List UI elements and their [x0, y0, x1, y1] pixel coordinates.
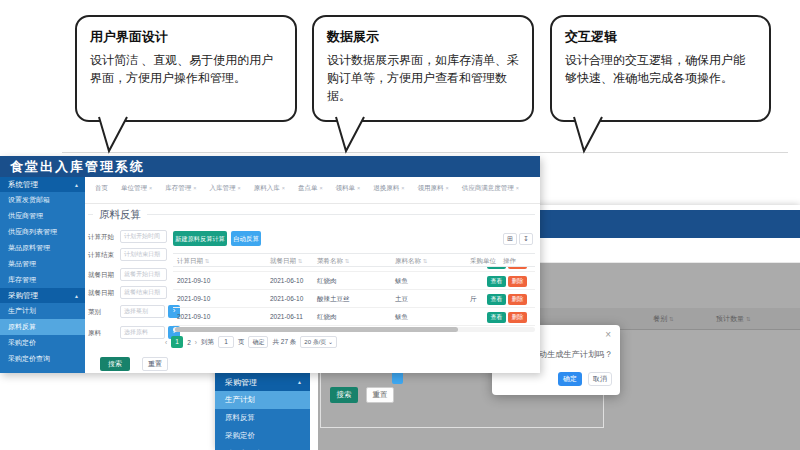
- collapse-icon: ▲: [74, 293, 79, 299]
- auto-calc-button[interactable]: 自动反算: [231, 231, 261, 246]
- reset-button[interactable]: 重置: [142, 357, 168, 371]
- sidebar-item-purchase-pricing-query[interactable]: 采购定价查询: [0, 351, 85, 367]
- goto-confirm-button[interactable]: 确定: [248, 336, 268, 348]
- column-header-purchase-unit: 采购单位: [470, 254, 496, 267]
- tab-inventory-check[interactable]: 盘点单×: [298, 184, 323, 193]
- date-input-calc-start[interactable]: 计划开始时间: [120, 230, 167, 243]
- horizontal-scrollbar[interactable]: [173, 327, 535, 332]
- date-input-meal-start[interactable]: 就餐开始日期: [120, 268, 167, 281]
- tab-unit-mgmt[interactable]: 单位管理×: [121, 184, 152, 193]
- page-2-button[interactable]: 2: [187, 339, 191, 346]
- sidebar-item-dish-material[interactable]: 菜品原料管理: [0, 240, 85, 256]
- chevron-down-icon: ⌄: [328, 339, 333, 345]
- column-header-meal-date: 就餐日期 ⇅: [270, 254, 302, 268]
- delete-button[interactable]: 删除: [508, 276, 527, 287]
- search-button[interactable]: 搜索: [330, 387, 358, 403]
- sidebar-item-material-calc[interactable]: 原料反算: [0, 319, 85, 335]
- tab-material-inbound[interactable]: 原料入库×: [254, 184, 285, 193]
- sidebar-section-label: 采购管理: [225, 377, 257, 388]
- tab-requisition[interactable]: 领料单×: [336, 184, 361, 193]
- sidebar-section-purchase[interactable]: 采购管理 ▲: [215, 373, 310, 391]
- tab-close-icon[interactable]: ×: [446, 185, 449, 191]
- scrollbar-thumb[interactable]: [175, 327, 458, 332]
- date-input-meal-end[interactable]: 就餐结束日期: [120, 286, 167, 299]
- page-1-button[interactable]: 1: [171, 336, 183, 348]
- sidebar-item-supplier-mgmt[interactable]: 供应商管理: [0, 208, 85, 224]
- grid-icon[interactable]: ⊞: [503, 233, 517, 245]
- background-connector-line: [62, 152, 788, 153]
- field-label: 就餐日期: [88, 268, 118, 281]
- tab-close-icon[interactable]: ×: [193, 185, 196, 191]
- page-size-select[interactable]: 20 条/页 ⌄: [300, 336, 337, 348]
- reset-button[interactable]: 重置: [366, 387, 394, 403]
- date-input-calc-end[interactable]: 计划结束日期: [120, 248, 167, 261]
- sidebar-item-dish-mgmt[interactable]: 菜品管理: [0, 256, 85, 272]
- view-button[interactable]: 查看: [487, 312, 506, 323]
- sidebar-section-system[interactable]: 系统管理 ▲: [0, 177, 85, 192]
- tab-close-icon[interactable]: ×: [319, 185, 322, 191]
- sidebar-item-purchase-pricing[interactable]: 采购定价: [0, 335, 85, 351]
- view-button[interactable]: 查看: [487, 267, 506, 269]
- sidebar-item-ship-mail[interactable]: 设置发货邮箱: [0, 192, 85, 208]
- bubble-tail-icon: [332, 116, 372, 154]
- sidebar-item-stock-mgmt[interactable]: 库存管理: [0, 272, 85, 288]
- bubble-tail-icon: [95, 116, 135, 154]
- prev-page-icon[interactable]: ‹: [165, 339, 167, 346]
- tab-close-icon[interactable]: ×: [149, 185, 152, 191]
- sidebar-item-production-plan[interactable]: 生产计划: [0, 303, 85, 319]
- view-button[interactable]: 查看: [487, 294, 506, 305]
- close-icon[interactable]: ×: [605, 329, 611, 340]
- tab-stock-mgmt[interactable]: 库存管理×: [165, 184, 196, 193]
- sort-icon[interactable]: ⇅: [298, 258, 303, 264]
- sidebar-item-purchase-pricing[interactable]: 采购定价: [215, 427, 310, 445]
- delete-button[interactable]: 删除: [508, 294, 527, 305]
- sidebar: 系统管理 ▲ 设置发货邮箱 供应商管理 供应商列表管理 菜品原料管理 菜品管理 …: [0, 177, 85, 373]
- tab-close-icon[interactable]: ×: [357, 185, 360, 191]
- sidebar-section-label: 系统管理: [8, 180, 38, 190]
- sidebar-item-material-calc[interactable]: 原料反算: [215, 409, 310, 427]
- sort-icon[interactable]: ⇅: [345, 258, 350, 264]
- sidebar-item-purchase-pricing-query[interactable]: 采购定价查询: [215, 445, 310, 450]
- tab-inbound-mgmt[interactable]: 入库管理×: [209, 184, 240, 193]
- new-calc-button[interactable]: 新建原料反算计算: [173, 231, 227, 246]
- next-page-icon[interactable]: ›: [195, 339, 197, 346]
- export-icon[interactable]: ↧: [519, 233, 533, 245]
- search-button[interactable]: 搜索: [100, 357, 130, 371]
- tab-close-icon[interactable]: ×: [401, 185, 404, 191]
- callout-ui-design: 用户界面设计 设计简洁 、直观、易于使用的用户界面，方便用户操作和管理。: [75, 15, 297, 122]
- select-material[interactable]: 选择原料: [120, 326, 165, 339]
- column-header-calc-date: 计算日期 ⇅: [177, 254, 209, 268]
- sort-icon: ⇅: [669, 316, 674, 322]
- field-label: 就餐日期: [88, 286, 118, 299]
- tab-close-icon[interactable]: ×: [237, 185, 240, 191]
- tab-close-icon[interactable]: ×: [516, 185, 519, 191]
- sidebar-item-supplier-list[interactable]: 供应商列表管理: [0, 224, 85, 240]
- tab-bar: 首页 单位管理× 库存管理× 入库管理× 原料入库× 盘点单× 领料单× 退换原…: [95, 184, 534, 193]
- column-header-meal-type: 餐别 ⇅: [653, 314, 674, 324]
- callout-title: 用户界面设计: [90, 28, 282, 46]
- dialog-cancel-button[interactable]: 取消: [588, 372, 612, 386]
- page-title: 原料反算: [93, 208, 147, 222]
- callout-title: 数据展示: [327, 28, 519, 46]
- table-row: 2021-09-10 2021-06-10 红烧肉 鲅鱼 查看 删除: [173, 272, 535, 290]
- callout-title: 交互逻辑: [565, 28, 756, 46]
- callout-body: 设计数据展示界面，如库存清单、采购订单等，方便用户查看和管理数据。: [327, 51, 519, 105]
- tab-close-icon[interactable]: ×: [282, 185, 285, 191]
- sort-icon[interactable]: ⇅: [205, 258, 210, 264]
- tab-used-material[interactable]: 领用原料×: [418, 184, 449, 193]
- tab-return-material[interactable]: 退换原料×: [373, 184, 404, 193]
- page-unit-label: 页: [238, 338, 245, 347]
- table-row: 2021-09-10 2021-06-10 酸辣土豆丝 土豆 斤 查看 删除: [173, 290, 535, 308]
- page-number-input[interactable]: 1: [218, 336, 234, 348]
- tab-home[interactable]: 首页: [95, 184, 108, 193]
- table-row: 2021-09-10 2021-06-11 红烧肉 鲅鱼 查看 删除: [173, 308, 535, 326]
- dialog-ok-button[interactable]: 确定: [558, 372, 582, 386]
- delete-button[interactable]: 删除: [508, 312, 527, 323]
- select-dish-type[interactable]: 选择菜别: [120, 305, 165, 318]
- sidebar-item-production-plan[interactable]: 生产计划: [215, 391, 310, 409]
- tab-supplier-satisfaction[interactable]: 供应商满意度管理×: [462, 184, 519, 193]
- delete-button[interactable]: 删除: [508, 267, 527, 269]
- sidebar-section-purchase[interactable]: 采购管理 ▲: [0, 288, 85, 303]
- sort-icon[interactable]: ⇅: [423, 258, 428, 264]
- view-button[interactable]: 查看: [487, 276, 506, 287]
